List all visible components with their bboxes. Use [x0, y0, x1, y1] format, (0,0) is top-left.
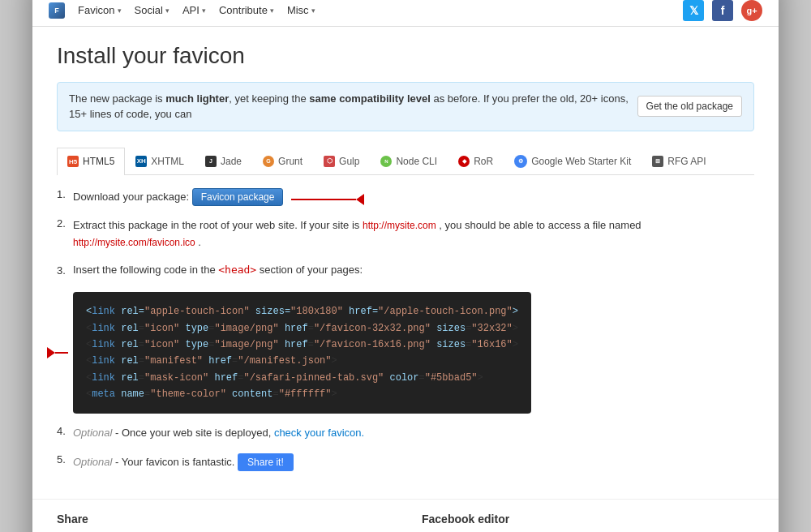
step-5: 5. Optional - Your favicon is fantastic.… [57, 453, 754, 471]
nav-item-favicon[interactable]: Favicon ▾ [78, 4, 122, 16]
nav-item-contribute[interactable]: Contribute ▾ [219, 4, 274, 16]
step-5-text: - Your favicon is fantastic. [115, 456, 238, 468]
step-3: 3. Insert the following code in the <hea… [57, 262, 754, 420]
step-2-url1[interactable]: http://mysite.com [363, 220, 436, 231]
chevron-down-icon: ▾ [202, 6, 206, 15]
download-arrow [291, 194, 364, 205]
tab-grunt[interactable]: G Grunt [252, 148, 313, 174]
step-3-text1: Insert the following code in the [73, 264, 218, 276]
step-2-text: Extract this package in the root of your… [73, 219, 363, 231]
step-5-optional: Optional [73, 456, 112, 468]
tab-grunt-label: Grunt [278, 156, 303, 167]
banner-text-before-bold1: The new package is [69, 92, 165, 105]
tab-node-label: Node CLI [396, 156, 437, 167]
share-button[interactable]: Share it! [238, 453, 294, 471]
step-3-head-tag: <head> [218, 264, 256, 276]
code-line-6: <meta name="theme-color" content="#fffff… [86, 386, 518, 402]
step-3-content: Insert the following code in the <head> … [73, 262, 363, 279]
code-line-1: <link rel="apple-touch-icon" sizes="180x… [86, 303, 518, 320]
step-2-number: 2. [57, 217, 73, 230]
gwsk-icon: ⚙ [514, 155, 527, 168]
step-2-content: Extract this package in the root of your… [73, 217, 754, 251]
chevron-down-icon: ▾ [270, 6, 274, 15]
nav-label-contribute: Contribute [219, 4, 268, 16]
step-4-text: - Once your web site is deployed, [115, 427, 274, 439]
step-5-number: 5. [57, 453, 73, 466]
gplus-icon[interactable]: g+ [741, 0, 762, 21]
banner-bold2: same compatibility level [309, 92, 431, 105]
rfg-api-icon: ⊞ [652, 156, 663, 167]
banner-text-after-bold1: , yet keeping the [229, 92, 309, 105]
step-1-content: Download your package: Favicon package [73, 188, 754, 206]
ror-icon: ◆ [458, 156, 470, 167]
fb-editor-title: Facebook editor [422, 513, 754, 526]
tab-gwsk-label: Google Web Starter Kit [531, 156, 631, 167]
code-line-4: <link rel="manifest" href="/manifest.jso… [86, 353, 518, 369]
tab-gulp-label: Gulp [339, 156, 359, 167]
nav-label-misc: Misc [287, 4, 309, 16]
code-arrow [47, 347, 68, 358]
tab-rfg-label: RFG API [667, 156, 706, 167]
step-4: 4. Optional - Once your web site is depl… [57, 425, 754, 442]
check-favicon-link[interactable]: check your favicon. [274, 427, 364, 439]
tab-ror[interactable]: ◆ RoR [448, 148, 504, 174]
share-title: Share [57, 513, 389, 526]
info-banner: The new package is much lighter, yet kee… [57, 82, 754, 131]
get-old-package-button[interactable]: Get the old package [637, 96, 742, 117]
nav-item-misc[interactable]: Misc ▾ [287, 4, 315, 16]
tab-xhtml-label: XHTML [151, 156, 184, 167]
step-1-number: 1. [57, 188, 73, 200]
tab-gulp[interactable]: ⬡ Gulp [313, 148, 370, 174]
nav-item-api[interactable]: API ▾ [182, 4, 206, 16]
step-4-content: Optional - Once your web site is deploye… [73, 425, 754, 442]
site-logo[interactable]: F [49, 2, 65, 19]
fb-editor-section: Facebook editor Try our new Facebook Ope… [422, 513, 754, 532]
code-block: <link rel="apple-touch-icon" sizes="180x… [73, 292, 531, 414]
nav-item-social[interactable]: Social ▾ [135, 4, 169, 16]
gulp-icon: ⬡ [324, 156, 335, 167]
facebook-icon[interactable]: f [712, 0, 733, 21]
code-line-2: <link rel="icon" type="image/png" href="… [86, 320, 518, 337]
step-4-optional: Optional [73, 427, 112, 439]
page-content: Install your favicon The new package is … [32, 27, 779, 500]
favicon-package-button[interactable]: Favicon package [192, 188, 284, 206]
tab-gwsk[interactable]: ⚙ Google Web Starter Kit [504, 148, 642, 174]
page-footer: Share f G+ t su it! in t B r W + 13.8K F… [32, 499, 779, 532]
step-2-text3: . [198, 236, 201, 248]
twitter-icon[interactable]: 𝕏 [683, 0, 704, 21]
xhtml-icon: XH [135, 156, 147, 167]
tab-jade[interactable]: J Jade [195, 148, 252, 174]
step-1-text: Download your package: [73, 191, 192, 203]
grunt-icon: G [263, 156, 274, 167]
nav-label-social: Social [135, 4, 163, 16]
tab-xhtml[interactable]: XH XHTML [125, 148, 195, 174]
share-section: Share f G+ t su it! in t B r W + 13.8K [57, 513, 389, 532]
tab-jade-label: Jade [221, 156, 242, 167]
step-1: 1. Download your package: Favicon packag… [57, 188, 754, 206]
tab-rfg-api[interactable]: ⊞ RFG API [642, 148, 716, 174]
page-title: Install your favicon [57, 43, 754, 69]
code-line-3: <link rel="icon" type="image/png" href="… [86, 337, 518, 353]
tab-html5-label: HTML5 [83, 156, 114, 167]
step-2: 2. Extract this package in the root of y… [57, 217, 754, 251]
jade-icon: J [205, 156, 217, 167]
tab-node-cli[interactable]: N Node CLI [370, 148, 448, 174]
step-3-text2: section of your pages: [260, 264, 363, 276]
tab-html5[interactable]: H5 HTML5 [57, 148, 125, 175]
html5-icon: H5 [67, 156, 79, 167]
code-block-container: <link rel="apple-touch-icon" sizes="180x… [73, 285, 531, 420]
node-icon: N [380, 156, 392, 167]
step-3-header: 3. Insert the following code in the <hea… [57, 262, 363, 279]
banner-bold1: much lighter [165, 92, 229, 105]
chevron-down-icon: ▾ [118, 6, 122, 15]
chevron-down-icon: ▾ [311, 6, 315, 15]
banner-text: The new package is much lighter, yet kee… [69, 91, 629, 122]
tab-ror-label: RoR [474, 156, 493, 167]
step-4-number: 4. [57, 425, 73, 437]
step-2-url2[interactable]: http://mysite.com/favicon.ico [73, 237, 195, 248]
browser-window: ‹ › ▤ realfavicongenerator.net ↻ ⬆ + F F… [32, 0, 779, 532]
nav-label-api: API [182, 4, 200, 16]
chevron-down-icon: ▾ [165, 6, 169, 15]
step-2-text2: , you should be able to access a file na… [439, 219, 641, 231]
nav-label-favicon: Favicon [78, 4, 115, 16]
